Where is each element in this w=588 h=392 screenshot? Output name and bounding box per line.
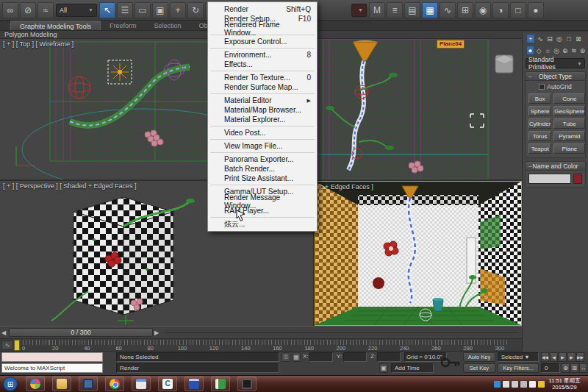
taskbar-floppy-app-icon[interactable]	[184, 377, 204, 391]
rectangular-selection-icon[interactable]: ▭	[135, 2, 151, 18]
time-tag-clipboard-icon[interactable]: ▣	[379, 363, 388, 373]
track-bar[interactable]: ∿ 02040608010012014016018020022024026028…	[0, 338, 522, 352]
object-type-rollout-header[interactable]: − Object Type	[526, 72, 585, 81]
render-setup-icon[interactable]: ◑	[492, 2, 509, 18]
schematic-view-icon[interactable]: ⊞	[457, 2, 473, 18]
tray-app1-icon[interactable]	[494, 381, 501, 388]
menu-item[interactable]: ▶	[210, 93, 315, 94]
named-selection-sets-dropdown[interactable]: ▼	[351, 4, 367, 17]
space-warps-category-icon[interactable]: ≋	[570, 46, 578, 55]
x-coordinate-field[interactable]	[309, 352, 333, 362]
menu-item[interactable]: Print Size Assistant... ▶	[208, 174, 317, 183]
object-color-swatch[interactable]	[573, 174, 582, 184]
taskbar-explorer-icon[interactable]	[52, 377, 71, 391]
name-color-rollout-header[interactable]: − Name and Color	[526, 162, 585, 171]
render-production-icon[interactable]: ●	[528, 2, 544, 18]
graphite-toggle-icon[interactable]: ▦	[422, 2, 438, 18]
taskbar-pictures-icon[interactable]	[132, 377, 151, 391]
taskbar-media-app-icon[interactable]	[26, 377, 45, 391]
menu-item[interactable]: Environment... 8 ▶	[208, 50, 317, 60]
menu-item[interactable]: Render To Texture... 0 ▶	[208, 73, 317, 82]
modify-tab-icon[interactable]: ∿	[536, 34, 545, 43]
go-to-end-icon[interactable]: ▶▶	[576, 352, 584, 362]
tray-volume-icon[interactable]	[529, 381, 536, 388]
menu-item[interactable]: Material Editor ▶	[208, 96, 317, 105]
ribbon-tab[interactable]: Freeform	[101, 21, 146, 30]
keyboard-shortcut-override-icon[interactable]	[440, 353, 462, 372]
menu-item[interactable]: Material/Map Browser... ▶	[208, 105, 317, 115]
object-type-button[interactable]: Pyramid	[553, 131, 585, 141]
select-and-rotate-icon[interactable]: ↻	[187, 2, 204, 18]
pan-icon[interactable]: ↔	[579, 363, 587, 373]
menu-item[interactable]: ▶	[210, 217, 315, 218]
taskbar-c-app-icon[interactable]: C	[158, 377, 177, 391]
menu-item[interactable]: ▶	[210, 139, 315, 140]
object-type-button[interactable]: Box	[528, 93, 551, 104]
shapes-category-icon[interactable]: ◇	[535, 46, 543, 55]
viewport-perspective-label[interactable]: [ + ] [ Perspective ] [ Shaded + Edged F…	[3, 182, 137, 190]
primitives-dropdown[interactable]: Standard Primitives ▼	[526, 58, 585, 68]
menu-item[interactable]: Material Explorer... ▶	[208, 115, 317, 124]
maxscript-listener[interactable]: Welcome to MAXScript	[1, 363, 103, 373]
material-editor-icon[interactable]: ◉	[475, 2, 491, 18]
taskbar-clock[interactable]: 11:51 星期五 2015/5/29	[547, 377, 585, 391]
tray-warning-icon[interactable]	[538, 381, 545, 388]
menu-item[interactable]: 炫云... ▶	[208, 219, 317, 229]
select-and-link-icon[interactable]: ∞	[2, 2, 18, 18]
systems-category-icon[interactable]: ⊛	[578, 46, 587, 55]
taskbar-computer-icon[interactable]	[79, 377, 98, 391]
lights-category-icon[interactable]: ☼	[544, 46, 552, 55]
current-frame-marker[interactable]	[14, 340, 20, 351]
select-and-move-icon[interactable]: +	[170, 2, 186, 18]
ribbon-tab[interactable]: Selection	[145, 21, 190, 30]
select-by-name-icon[interactable]: ☰	[117, 2, 133, 18]
object-type-button[interactable]: Plane	[553, 143, 585, 154]
time-slider-left-arrow[interactable]: ◀	[0, 328, 7, 337]
time-slider-right-arrow[interactable]: ▶	[153, 328, 160, 337]
go-to-start-icon[interactable]: ◀◀	[541, 352, 549, 362]
add-time-tag[interactable]: Add Time Tag	[391, 363, 434, 373]
current-frame-field[interactable]: 0	[541, 363, 560, 373]
cameras-category-icon[interactable]: ◎	[553, 46, 561, 55]
zoom-icon[interactable]: ⊕	[562, 363, 570, 373]
previous-frame-icon[interactable]: ◀	[550, 352, 558, 362]
start-button[interactable]: ⊞	[3, 377, 18, 391]
rendered-frame-window-icon[interactable]: □	[510, 2, 526, 18]
bind-to-space-warp-icon[interactable]: ≈	[37, 2, 54, 18]
menu-item[interactable]: ▶	[210, 48, 315, 49]
helpers-category-icon[interactable]: ⊕	[561, 46, 569, 55]
menu-item[interactable]: Render Message Window... ▶	[208, 196, 317, 206]
menu-item[interactable]: Video Post... ▶	[208, 128, 317, 138]
tray-flag-icon[interactable]	[512, 381, 518, 388]
create-tab-icon[interactable]: +	[526, 34, 535, 43]
mini-curve-editor-icon[interactable]: ∿	[1, 341, 13, 350]
geometry-category-icon[interactable]: ●	[526, 46, 534, 55]
menu-item[interactable]: Exposure Control... ▶	[208, 37, 317, 46]
viewport-camera-label[interactable]: ic + Edged Faces ]	[318, 183, 373, 190]
menu-item[interactable]: Effects... ▶	[208, 60, 317, 69]
object-type-button[interactable]: Tube	[553, 118, 585, 129]
menu-item[interactable]: ▶	[210, 126, 315, 126]
key-filters-button[interactable]: Key Filters...	[498, 363, 539, 373]
absolute-offset-toggle-icon[interactable]: ▦	[292, 352, 301, 362]
time-slider-groove[interactable]	[165, 332, 517, 333]
select-object-icon[interactable]: ↖	[99, 2, 115, 18]
time-slider-button[interactable]: 0 / 300	[9, 328, 153, 337]
menu-item[interactable]: ▶	[210, 152, 315, 153]
object-type-button[interactable]: Teapot	[528, 143, 551, 154]
selection-lock-icon[interactable]: ⚿	[282, 352, 290, 362]
curve-editor-icon[interactable]: ∿	[440, 2, 456, 18]
utilities-tab-icon[interactable]: ⊠	[574, 34, 583, 43]
menu-item[interactable]: Render Shift+Q ▶	[208, 4, 317, 14]
menu-item[interactable]: Batch Render... ▶	[208, 164, 317, 174]
align-icon[interactable]: ≡	[387, 2, 403, 18]
manage-layers-icon[interactable]: ▤	[404, 2, 420, 18]
ribbon-tab[interactable]: Graphite Modeling Tools	[10, 21, 101, 30]
object-type-button[interactable]: Torus	[528, 131, 551, 141]
menu-item[interactable]: Render Surface Map... ▶	[208, 82, 317, 92]
next-frame-icon[interactable]: ▶	[567, 352, 576, 362]
motion-tab-icon[interactable]: ◎	[555, 34, 564, 43]
key-mode-dropdown[interactable]: Selected ▼	[498, 352, 539, 362]
selection-filter-dropdown[interactable]: All ▼	[56, 4, 97, 17]
auto-key-button[interactable]: Auto Key	[463, 352, 495, 362]
